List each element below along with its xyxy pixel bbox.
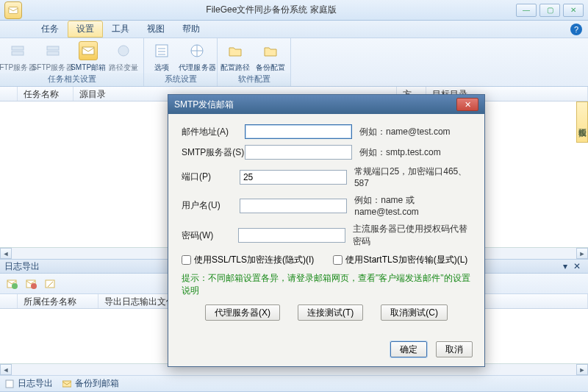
username-input[interactable] xyxy=(240,199,347,213)
smtp-server-input[interactable] xyxy=(245,145,352,160)
port-input[interactable] xyxy=(240,170,347,185)
cancel-button[interactable]: 取消 xyxy=(436,341,473,357)
smtp-dialog: SMTP发信邮箱 ✕ 邮件地址(A) 例如：name@test.com SMTP… xyxy=(168,94,485,367)
hint-port: 常规端口25，加密端口465、587 xyxy=(354,165,471,188)
ssl-checkbox[interactable]: 使用SSL/TLS加密连接(隐式)(I) xyxy=(182,254,314,266)
label-password: 密码(W) xyxy=(182,229,238,242)
label-smtp-server: SMTP服务器(S) xyxy=(182,146,245,159)
label-port: 端口(P) xyxy=(182,171,240,183)
ok-button[interactable]: 确定 xyxy=(390,341,427,357)
email-address-input[interactable] xyxy=(245,124,352,139)
starttls-checkbox[interactable]: 使用StartTLS加密传输(显式)(L) xyxy=(333,254,467,266)
label-username: 用户名(U) xyxy=(182,199,240,212)
dialog-title: SMTP发信邮箱 xyxy=(174,99,456,111)
hint-email-address: 例如：name@test.com xyxy=(359,126,451,138)
cancel-test-button[interactable]: 取消测试(C) xyxy=(381,304,448,321)
dialog-titlebar[interactable]: SMTP发信邮箱 ✕ xyxy=(168,95,484,114)
hint-password: 主流服务器已使用授权码代替密码 xyxy=(353,223,471,248)
proxy-server-button[interactable]: 代理服务器(X) xyxy=(205,304,280,321)
label-email-address: 邮件地址(A) xyxy=(182,126,245,138)
dialog-close-button[interactable]: ✕ xyxy=(456,98,478,111)
hint-smtp-server: 例如：smtp.test.com xyxy=(359,146,441,159)
modal-overlay: SMTP发信邮箱 ✕ 邮件地址(A) 例如：name@test.com SMTP… xyxy=(0,0,588,392)
test-connection-button[interactable]: 连接测试(T) xyxy=(298,304,363,321)
dialog-tip: 提示：不同邮箱设置各异，请登录邮箱网页，查看"客户端发送邮件"的设置说明 xyxy=(182,272,471,297)
password-input[interactable] xyxy=(238,228,345,243)
hint-username: 例如：name 或 name@test.com xyxy=(354,194,471,217)
